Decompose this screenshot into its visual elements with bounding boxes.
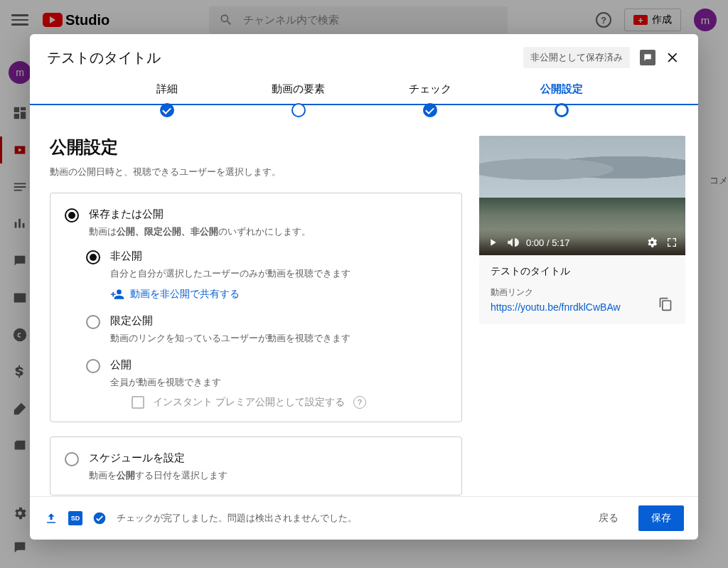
step-details[interactable]: 詳細 bbox=[101, 82, 232, 117]
public-radio[interactable]: 公開 全員が動画を視聴できます インスタント プレミア公開として設定する ? bbox=[86, 358, 447, 409]
radio-desc: 動画のリンクを知っているユーザーが動画を視聴できます bbox=[110, 332, 350, 345]
video-thumbnail[interactable]: 0:00 / 5:17 bbox=[479, 136, 685, 255]
schedule-card: スケジュールを設定 動画を公開する日付を選択します bbox=[50, 436, 462, 495]
checkbox-icon bbox=[132, 396, 144, 409]
step-elements[interactable]: 動画の要素 bbox=[232, 82, 364, 117]
person-add-icon bbox=[110, 287, 124, 301]
gear-icon[interactable] bbox=[646, 236, 658, 249]
preview-panel: 0:00 / 5:17 テストのタイトル 動画リンク https://youtu… bbox=[479, 136, 685, 324]
upload-modal: テストのタイトル 非公開として保存済み 詳細 動画の要素 チェック 公開設定 公 bbox=[30, 34, 698, 540]
upload-icon bbox=[44, 511, 58, 525]
section-title: 公開設定 bbox=[50, 136, 462, 159]
modal-header: テストのタイトル 非公開として保存済み bbox=[30, 34, 698, 80]
modal-body: 公開設定 動画の公開日時と、視聴できるユーザーを選択します。 保存または公開 動… bbox=[30, 117, 698, 496]
radio-label: スケジュールを設定 bbox=[89, 451, 228, 465]
feedback-icon[interactable] bbox=[640, 50, 655, 65]
link-label: 動画リンク bbox=[491, 286, 653, 299]
radio-label: 保存または公開 bbox=[89, 208, 311, 221]
radio-desc: 自分と自分が選択したユーザーのみが動画を視聴できます bbox=[110, 267, 350, 280]
modal-footer: SD チェックが完了しました。問題は検出されませんでした。 戻る 保存 bbox=[30, 496, 698, 540]
close-icon[interactable] bbox=[665, 50, 681, 65]
play-icon[interactable] bbox=[486, 236, 499, 249]
back-button[interactable]: 戻る bbox=[589, 506, 628, 530]
radio-label: 限定公開 bbox=[110, 314, 350, 328]
radio-label: 非公開 bbox=[110, 250, 350, 263]
step-visibility[interactable]: 公開設定 bbox=[496, 82, 627, 117]
save-button[interactable]: 保存 bbox=[638, 505, 684, 531]
stepper: 詳細 動画の要素 チェック 公開設定 bbox=[30, 80, 698, 117]
check-circle-icon bbox=[92, 511, 107, 525]
radio-desc: 動画は公開、限定公開、非公開のいずれかにします。 bbox=[89, 225, 311, 238]
volume-icon[interactable] bbox=[506, 236, 519, 249]
video-link[interactable]: https://youtu.be/fnrdklCwBAw bbox=[491, 301, 653, 313]
step-checks[interactable]: チェック bbox=[364, 82, 496, 117]
footer-status: チェックが完了しました。問題は検出されませんでした。 bbox=[117, 512, 357, 525]
save-publish-card: 保存または公開 動画は公開、限定公開、非公開のいずれかにします。 非公開 自分と… bbox=[50, 193, 462, 422]
radio-desc: 全員が動画を視聴できます bbox=[110, 376, 366, 389]
svg-point-0 bbox=[94, 513, 106, 525]
radio-icon bbox=[86, 315, 100, 329]
fullscreen-icon[interactable] bbox=[665, 236, 678, 249]
save-or-publish-radio[interactable]: 保存または公開 動画は公開、限定公開、非公開のいずれかにします。 bbox=[65, 208, 447, 238]
copy-icon[interactable] bbox=[658, 297, 674, 313]
save-status-badge: 非公開として保存済み bbox=[523, 47, 630, 68]
radio-label: 公開 bbox=[110, 358, 366, 372]
sd-icon: SD bbox=[68, 511, 82, 525]
video-meta: テストのタイトル 動画リンク https://youtu.be/fnrdklCw… bbox=[479, 255, 685, 324]
modal-title: テストのタイトル bbox=[47, 48, 513, 68]
radio-icon bbox=[86, 359, 100, 373]
instant-premiere-checkbox[interactable]: インスタント プレミア公開として設定する ? bbox=[132, 396, 366, 409]
video-time: 0:00 / 5:17 bbox=[526, 237, 569, 248]
private-radio[interactable]: 非公開 自分と自分が選択したユーザーのみが動画を視聴できます 動画を非公開で共有… bbox=[86, 250, 447, 301]
preview-title: テストのタイトル bbox=[491, 265, 674, 278]
radio-desc: 動画を公開する日付を選択します bbox=[89, 469, 228, 482]
share-private-link[interactable]: 動画を非公開で共有する bbox=[110, 287, 350, 301]
unlisted-radio[interactable]: 限定公開 動画のリンクを知っているユーザーが動画を視聴できます bbox=[86, 314, 447, 345]
section-subtitle: 動画の公開日時と、視聴できるユーザーを選択します。 bbox=[50, 166, 462, 178]
schedule-radio[interactable]: スケジュールを設定 動画を公開する日付を選択します bbox=[65, 451, 447, 482]
radio-icon bbox=[65, 208, 79, 223]
radio-icon bbox=[86, 250, 100, 264]
radio-icon bbox=[65, 452, 79, 466]
help-icon[interactable]: ? bbox=[353, 396, 366, 409]
video-controls: 0:00 / 5:17 bbox=[479, 230, 685, 255]
